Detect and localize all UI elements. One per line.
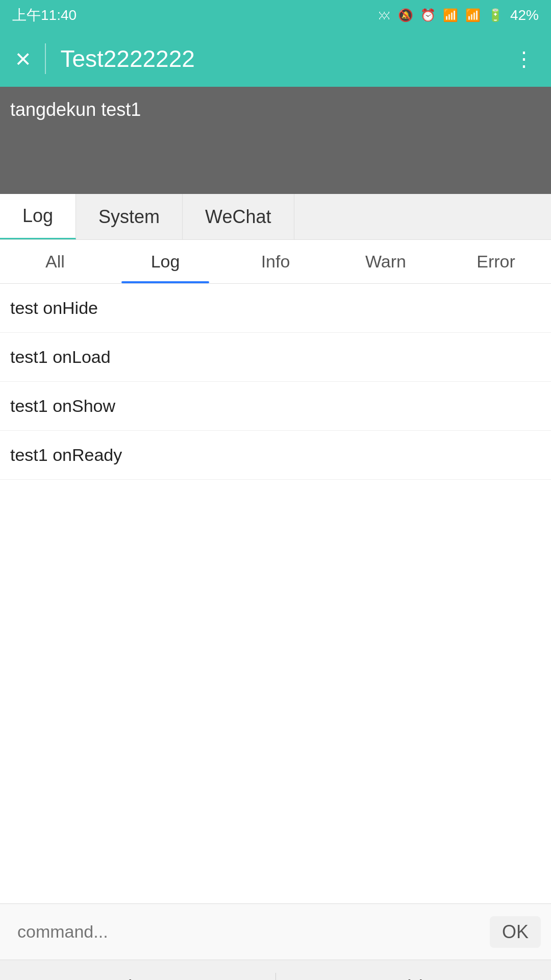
signal-icon: 📶 (465, 8, 481, 22)
tab-system[interactable]: System (76, 194, 183, 239)
tab-wechat[interactable]: WeChat (183, 194, 294, 239)
log-item: test onHide (0, 284, 551, 333)
battery-percent: 42% (510, 7, 539, 23)
tab-spacer (294, 194, 551, 239)
close-button[interactable]: × (15, 45, 31, 72)
filter-warn[interactable]: Warn (331, 240, 441, 283)
battery-icon: 🔋 (488, 8, 503, 22)
ok-button[interactable]: OK (490, 916, 541, 948)
filter-info[interactable]: Info (220, 240, 331, 283)
top-bar-divider (45, 43, 46, 74)
bluetooth-icon: ⯵ (379, 8, 391, 22)
tab-log[interactable]: Log (0, 194, 76, 239)
status-time: 上午11:40 (12, 6, 77, 25)
action-bar: Clear Hide (0, 960, 551, 980)
log-item: test1 onLoad (0, 333, 551, 382)
log-item: test1 onReady (0, 431, 551, 480)
preview-text: tangdekun test1 (10, 99, 141, 120)
command-input[interactable] (10, 917, 490, 947)
page-title: Test2222222 (60, 45, 514, 72)
clear-button[interactable]: Clear (0, 960, 276, 980)
top-bar: × Test2222222 ⋮ (0, 31, 551, 87)
hide-button[interactable]: Hide (276, 960, 552, 980)
main-tabs: Log System WeChat (0, 194, 551, 240)
alarm-icon: ⏰ (420, 8, 436, 22)
wifi-icon: 📶 (443, 8, 458, 22)
preview-area: tangdekun test1 (0, 87, 551, 194)
filter-tabs: All Log Info Warn Error (0, 240, 551, 284)
log-item: test1 onShow (0, 382, 551, 431)
log-list: test onHide test1 onLoad test1 onShow te… (0, 284, 551, 594)
filter-error[interactable]: Error (441, 240, 551, 283)
status-bar: 上午11:40 ⯵ 🔕 ⏰ 📶 📶 🔋 42% (0, 0, 551, 31)
menu-button[interactable]: ⋮ (514, 47, 536, 70)
mute-icon: 🔕 (398, 8, 413, 22)
log-empty-area (0, 594, 551, 903)
status-icons: ⯵ 🔕 ⏰ 📶 📶 🔋 42% (379, 7, 539, 23)
command-area: OK (0, 903, 551, 960)
filter-log[interactable]: Log (110, 240, 220, 283)
filter-all[interactable]: All (0, 240, 110, 283)
